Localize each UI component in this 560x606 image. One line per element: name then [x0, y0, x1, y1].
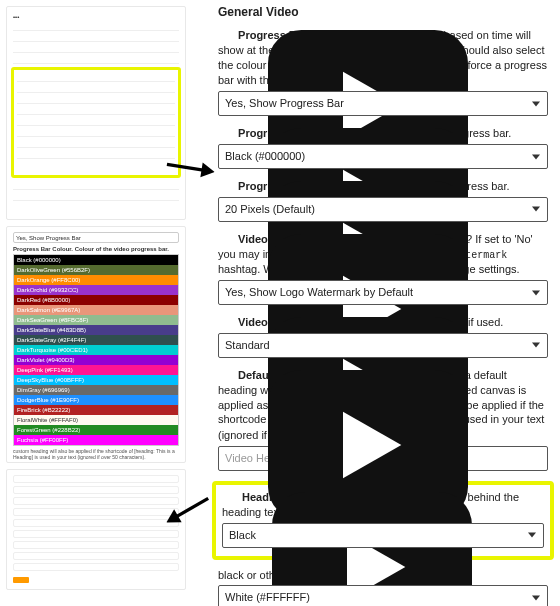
- watermark-size-select[interactable]: Standard: [218, 333, 548, 358]
- field-watermark-size: Video Watermark Size. Size of the waterm…: [218, 315, 548, 358]
- youtube-icon: [218, 317, 232, 327]
- progress-bar-select[interactable]: Yes, Show Progress Bar: [218, 91, 548, 116]
- colour-option[interactable]: DarkSeaGreen (#8FBC8F): [14, 315, 178, 325]
- progress-colour-select[interactable]: Black (#000000): [218, 144, 548, 169]
- colour-option[interactable]: DodgerBlue (#1E90FF): [14, 395, 178, 405]
- field-watermark: Video Watermark. Show watermark by defau…: [218, 232, 548, 305]
- colour-option[interactable]: DarkOrange (#FF8C00): [14, 275, 178, 285]
- field-progress-colour: Progress Bar Colour. Colour of the video…: [218, 126, 548, 169]
- thumb-progress-bar-select: Yes, Show Progress Bar: [13, 232, 179, 243]
- heading-text-colour-select[interactable]: White (#FFFFFF): [218, 585, 548, 606]
- colour-option[interactable]: DarkSlateGray (#2F4F4F): [14, 335, 178, 345]
- colour-dropdown-open: Black (#000000)DarkOliveGreen (#556B2F)D…: [13, 254, 179, 446]
- highlight-heading-bg: Heading Background Colour. Colour shown …: [212, 481, 554, 560]
- colour-option[interactable]: DarkSlateBlue (#483D8B): [14, 325, 178, 335]
- main-settings-panel: General Video Progress Bar. If selected,…: [218, 4, 548, 606]
- thumb-progress-colour-label: Progress Bar Colour. Colour of the video…: [13, 246, 179, 252]
- settings-thumb-top: •••: [6, 6, 186, 220]
- colour-option[interactable]: ForestGreen (#228B22): [14, 425, 178, 435]
- colour-option[interactable]: DarkSalmon (#E9967A): [14, 305, 178, 315]
- save-badge-icon: [13, 577, 29, 583]
- colour-option[interactable]: Black (#000000): [14, 255, 178, 265]
- colour-option[interactable]: DeepPink (#FF1493): [14, 365, 178, 375]
- highlight-box-top: [11, 67, 181, 178]
- colour-option[interactable]: DarkOrchid (#9932CC): [14, 285, 178, 295]
- field-progress-bar: Progress Bar. If selected, a progress ba…: [218, 28, 548, 116]
- colour-option[interactable]: DeepSkyBlue (#00BFFF): [14, 375, 178, 385]
- settings-thumb-bottom: [6, 469, 186, 590]
- settings-thumb-colours: Yes, Show Progress Bar Progress Bar Colo…: [6, 226, 186, 463]
- watermark-select[interactable]: Yes, Show Logo Watermark by Default: [218, 280, 548, 305]
- colour-option[interactable]: Fuchsia (#FF00FF): [14, 435, 178, 445]
- youtube-icon: [218, 234, 232, 244]
- colour-option[interactable]: DarkOliveGreen (#556B2F): [14, 265, 178, 275]
- left-thumbnail-column: ••• Yes, Show Progress Bar Progress Bar …: [6, 6, 186, 590]
- colour-option[interactable]: DarkViolet (#9400D3): [14, 355, 178, 365]
- section-title: General Video: [218, 4, 548, 20]
- colour-option[interactable]: FireBrick (#B22222): [14, 405, 178, 415]
- field-default-heading: Default Video Heading. If populated with…: [218, 368, 548, 471]
- youtube-icon: [218, 128, 232, 138]
- youtube-icon: [218, 181, 232, 191]
- colour-option[interactable]: DarkTurquoise (#00CED1): [14, 345, 178, 355]
- colour-option[interactable]: DarkRed (#8B0000): [14, 295, 178, 305]
- youtube-icon: [218, 370, 232, 380]
- field-heading-bg: Heading Background Colour. Colour shown …: [222, 490, 544, 548]
- colour-option[interactable]: FloralWhite (#FFFAF0): [14, 415, 178, 425]
- heading-bg-select[interactable]: Black: [222, 523, 544, 548]
- youtube-icon: [218, 30, 232, 40]
- colour-option[interactable]: DimGray (#696969): [14, 385, 178, 395]
- thumb-tail-text: custom heading will also be applied if t…: [13, 448, 179, 460]
- progress-height-select[interactable]: 20 Pixels (Default): [218, 197, 548, 222]
- field-progress-height: Progress Bar Height. Height of the video…: [218, 179, 548, 222]
- youtube-icon: [222, 492, 236, 502]
